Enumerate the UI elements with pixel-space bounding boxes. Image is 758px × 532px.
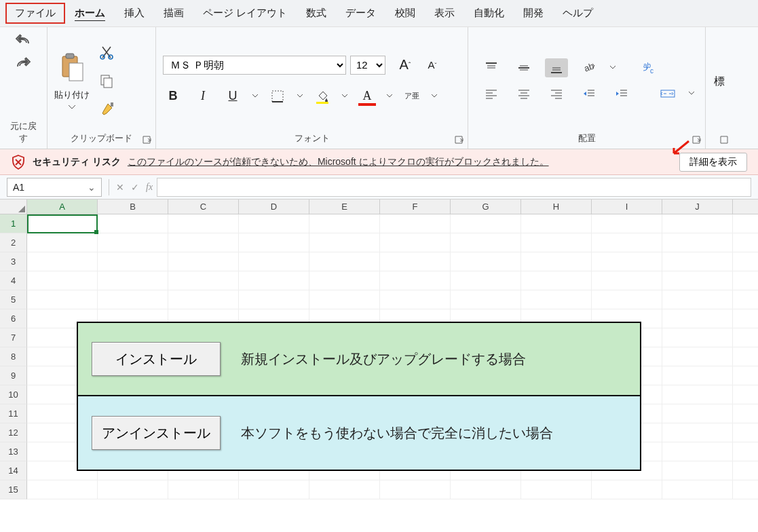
row-header[interactable]: 10: [0, 385, 27, 404]
menu-help[interactable]: ヘルプ: [553, 3, 603, 24]
cell[interactable]: [733, 480, 758, 499]
chevron-down-icon[interactable]: ⌄: [88, 182, 96, 193]
cell[interactable]: [592, 233, 662, 252]
column-header[interactable]: H: [521, 200, 592, 214]
menu-data[interactable]: データ: [336, 3, 385, 24]
cell[interactable]: [309, 290, 380, 309]
cell[interactable]: [451, 214, 521, 233]
cell[interactable]: [521, 480, 592, 499]
cell[interactable]: [733, 214, 758, 233]
row-header[interactable]: 2: [0, 233, 27, 252]
row-header[interactable]: 15: [0, 480, 27, 499]
cell[interactable]: [451, 233, 521, 252]
align-left-button[interactable]: [480, 84, 503, 103]
cell[interactable]: [239, 271, 309, 290]
cell[interactable]: [733, 461, 758, 480]
cell[interactable]: [733, 271, 758, 290]
cut-button[interactable]: [95, 43, 118, 62]
row-header[interactable]: 8: [0, 347, 27, 366]
row-header[interactable]: 14: [0, 461, 27, 480]
fill-color-button[interactable]: [312, 87, 333, 106]
row-header[interactable]: 11: [0, 404, 27, 423]
cell[interactable]: [592, 480, 662, 499]
cell[interactable]: [662, 290, 733, 309]
clipboard-launcher-icon[interactable]: [142, 135, 153, 146]
cancel-formula-icon[interactable]: ✕: [116, 182, 124, 193]
alignment-launcher-icon[interactable]: [691, 135, 702, 146]
cell[interactable]: [733, 404, 758, 423]
row-header[interactable]: 1: [0, 214, 27, 233]
cell[interactable]: [27, 271, 98, 290]
font-name-select[interactable]: ＭＳ Ｐ明朝: [163, 56, 346, 75]
cell[interactable]: [662, 214, 733, 233]
cell[interactable]: [380, 214, 451, 233]
cell[interactable]: [592, 290, 662, 309]
cell[interactable]: [239, 290, 309, 309]
row-header[interactable]: 12: [0, 423, 27, 442]
install-button[interactable]: インストール: [92, 342, 221, 376]
cell[interactable]: [733, 366, 758, 385]
cell[interactable]: [521, 233, 592, 252]
row-header[interactable]: 7: [0, 328, 27, 347]
cell[interactable]: [27, 252, 98, 271]
shrink-font-button[interactable]: Aˇ: [422, 56, 442, 75]
cell[interactable]: [662, 442, 733, 461]
wrap-text-button[interactable]: abc: [639, 58, 662, 77]
cell[interactable]: [662, 252, 733, 271]
align-bottom-button[interactable]: [545, 58, 568, 77]
cell[interactable]: [451, 271, 521, 290]
cell[interactable]: [239, 214, 309, 233]
cell[interactable]: [733, 442, 758, 461]
cell[interactable]: [662, 271, 733, 290]
select-all-corner[interactable]: [0, 200, 27, 214]
font-size-select[interactable]: 12: [350, 56, 385, 75]
cell[interactable]: [168, 271, 239, 290]
chevron-down-icon[interactable]: [297, 94, 303, 98]
cell[interactable]: [239, 233, 309, 252]
cell[interactable]: [309, 252, 380, 271]
cell[interactable]: [168, 233, 239, 252]
menu-view[interactable]: 表示: [425, 3, 464, 24]
column-header[interactable]: I: [592, 200, 662, 214]
formula-input[interactable]: [157, 178, 751, 197]
font-color-button[interactable]: A: [357, 87, 377, 106]
row-header[interactable]: 3: [0, 252, 27, 271]
cell[interactable]: [451, 290, 521, 309]
cell[interactable]: [521, 252, 592, 271]
cell[interactable]: [27, 233, 98, 252]
cell[interactable]: [380, 480, 451, 499]
font-launcher-icon[interactable]: [454, 135, 465, 146]
border-button[interactable]: [267, 87, 288, 106]
cell[interactable]: [239, 480, 309, 499]
cell[interactable]: [662, 385, 733, 404]
enter-formula-icon[interactable]: ✓: [131, 182, 139, 193]
paste-button[interactable]: 貼り付け: [54, 52, 90, 109]
cell[interactable]: [98, 480, 168, 499]
style-normal[interactable]: 標: [713, 31, 726, 132]
uninstall-button[interactable]: アンインストール: [92, 416, 221, 450]
align-top-button[interactable]: [480, 58, 503, 77]
cell[interactable]: [27, 290, 98, 309]
cell[interactable]: [662, 347, 733, 366]
row-header[interactable]: 6: [0, 309, 27, 328]
merge-button[interactable]: [656, 84, 679, 103]
cell[interactable]: [98, 290, 168, 309]
cell[interactable]: [380, 252, 451, 271]
cell[interactable]: [27, 480, 98, 499]
cell[interactable]: [733, 328, 758, 347]
cell[interactable]: [733, 385, 758, 404]
copy-button[interactable]: [95, 71, 118, 90]
chevron-down-icon[interactable]: [342, 94, 347, 98]
menu-draw[interactable]: 描画: [154, 3, 193, 24]
cell[interactable]: [98, 271, 168, 290]
cell[interactable]: [592, 271, 662, 290]
column-header[interactable]: C: [168, 200, 239, 214]
menu-home[interactable]: ホーム: [65, 3, 115, 24]
cell[interactable]: [662, 309, 733, 328]
chevron-down-icon[interactable]: [252, 94, 258, 98]
chevron-down-icon[interactable]: [689, 92, 694, 96]
cell[interactable]: [662, 233, 733, 252]
cell[interactable]: [592, 252, 662, 271]
align-middle-button[interactable]: [512, 58, 535, 77]
bold-button[interactable]: B: [163, 87, 183, 106]
